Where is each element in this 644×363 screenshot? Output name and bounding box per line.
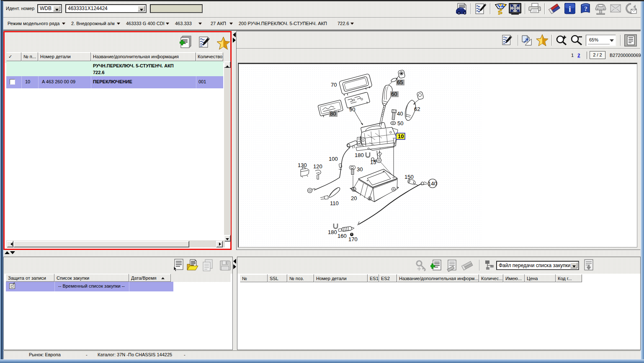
svg-text:80: 80 <box>330 111 336 117</box>
svg-text:130: 130 <box>298 162 307 168</box>
svg-text:160: 160 <box>337 233 347 239</box>
svg-text:15: 15 <box>370 159 376 165</box>
svg-text:170: 170 <box>348 236 358 242</box>
svg-text:180: 180 <box>328 229 337 235</box>
svg-text:50: 50 <box>397 120 403 126</box>
svg-text:40: 40 <box>397 111 403 117</box>
svg-text:10: 10 <box>398 133 404 139</box>
svg-text:30: 30 <box>357 166 363 172</box>
svg-text:150: 150 <box>404 174 414 180</box>
svg-text:?: ? <box>584 5 587 12</box>
svg-text:100: 100 <box>329 156 338 162</box>
svg-text:90: 90 <box>349 106 355 113</box>
svg-text:140: 140 <box>428 180 437 187</box>
svg-text:60: 60 <box>391 91 397 97</box>
svg-text:62: 62 <box>414 106 420 112</box>
svg-text:120: 120 <box>313 163 322 170</box>
svg-text:i: i <box>569 5 571 13</box>
svg-text:65: 65 <box>397 79 403 85</box>
svg-text:180: 180 <box>355 152 364 158</box>
svg-text:110: 110 <box>330 200 339 206</box>
svg-text:20: 20 <box>351 195 357 201</box>
svg-text:70: 70 <box>331 82 337 88</box>
